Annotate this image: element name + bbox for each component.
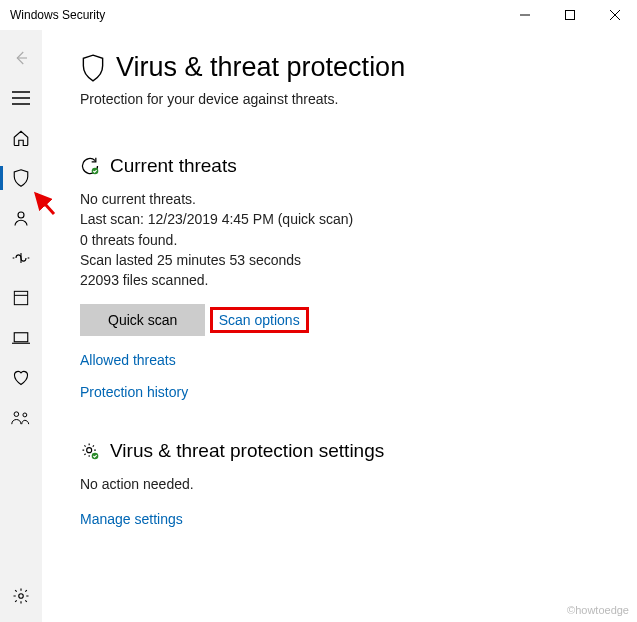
nav-device-security[interactable] xyxy=(0,318,42,358)
allowed-threats-link[interactable]: Allowed threats xyxy=(80,352,176,368)
svg-point-16 xyxy=(14,412,19,417)
nav-device-health[interactable] xyxy=(0,358,42,398)
main-content: Virus & threat protection Protection for… xyxy=(42,30,637,622)
titlebar: Windows Security xyxy=(0,0,637,30)
close-button[interactable] xyxy=(592,0,637,30)
back-button[interactable] xyxy=(0,38,42,78)
maximize-button[interactable] xyxy=(547,0,592,30)
shield-icon xyxy=(80,53,106,83)
nav-home[interactable] xyxy=(0,118,42,158)
threats-found-line: 0 threats found. xyxy=(80,230,619,250)
protection-history-link[interactable]: Protection history xyxy=(80,384,188,400)
scan-status-icon xyxy=(80,156,100,176)
svg-point-8 xyxy=(18,212,24,218)
vtp-settings-section: Virus & threat protection settings No ac… xyxy=(80,440,619,526)
vtp-settings-heading: Virus & threat protection settings xyxy=(110,440,384,462)
nav-settings[interactable] xyxy=(0,576,42,616)
current-threats-heading: Current threats xyxy=(110,155,237,177)
settings-status: No action needed. xyxy=(80,474,619,494)
svg-rect-1 xyxy=(565,11,574,20)
annotation-highlight: Scan options xyxy=(210,307,309,333)
scan-options-link[interactable]: Scan options xyxy=(219,312,300,328)
threats-status-line: No current threats. xyxy=(80,189,619,209)
svg-point-18 xyxy=(19,594,24,599)
nav-virus-threat[interactable] xyxy=(0,158,42,198)
settings-status-icon xyxy=(80,441,100,461)
svg-point-17 xyxy=(23,413,27,417)
last-scan-line: Last scan: 12/23/2019 4:45 PM (quick sca… xyxy=(80,209,619,229)
svg-point-20 xyxy=(87,448,92,453)
manage-settings-link[interactable]: Manage settings xyxy=(80,511,183,527)
svg-rect-12 xyxy=(14,291,27,304)
svg-rect-14 xyxy=(14,333,28,342)
current-threats-section: Current threats No current threats. Last… xyxy=(80,155,619,400)
nav-app-browser[interactable] xyxy=(0,278,42,318)
nav-firewall[interactable] xyxy=(0,238,42,278)
quick-scan-button[interactable]: Quick scan xyxy=(80,304,205,336)
nav-family[interactable] xyxy=(0,398,42,438)
sidebar xyxy=(0,30,42,622)
svg-point-21 xyxy=(92,453,99,460)
watermark: ©howtoedge xyxy=(567,604,629,616)
svg-point-19 xyxy=(92,168,99,175)
files-scanned-line: 22093 files scanned. xyxy=(80,270,619,290)
nav-account[interactable] xyxy=(0,198,42,238)
minimize-button[interactable] xyxy=(502,0,547,30)
window-title: Windows Security xyxy=(10,8,502,22)
page-subtitle: Protection for your device against threa… xyxy=(80,91,619,107)
menu-button[interactable] xyxy=(0,78,42,118)
scan-duration-line: Scan lasted 25 minutes 53 seconds xyxy=(80,250,619,270)
page-title: Virus & threat protection xyxy=(116,52,405,83)
